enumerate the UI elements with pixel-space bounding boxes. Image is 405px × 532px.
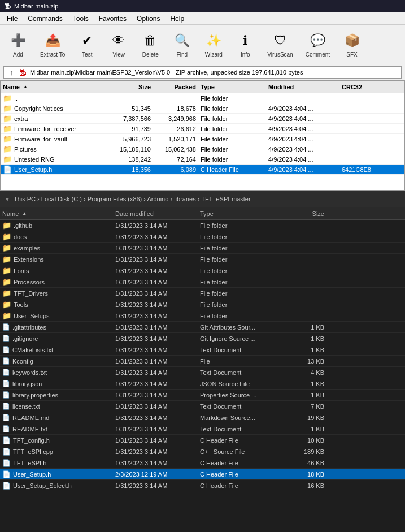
exp-row-name: 📄library.json <box>2 380 115 387</box>
explorer-list-item[interactable]: 📁Tools 1/31/2023 3:14 AM File folder <box>0 299 405 310</box>
menu-bar: FileCommandsToolsFavoritesOptionsHelp <box>0 12 405 25</box>
explorer-list-item[interactable]: 📁TFT_Drivers 1/31/2023 3:14 AM File fold… <box>0 288 405 299</box>
explorer-list-item[interactable]: 📁docs 1/31/2023 3:14 AM File folder <box>0 231 405 243</box>
explorer-list-item[interactable]: 📄Kconfig 1/31/2023 3:14 AM File 13 KB <box>0 356 405 367</box>
exp-row-date: 1/31/2023 3:14 AM <box>115 482 200 489</box>
zip-table-row[interactable]: 📁Untested RNG 138,242 72,164 File folder… <box>1 154 404 165</box>
exp-row-size: 18 KB <box>290 471 324 478</box>
folder-icon: 📁 <box>3 145 12 153</box>
toolbar-label-delete: Delete <box>142 51 159 58</box>
toolbar-btn-add[interactable]: ➕ Add <box>3 29 33 60</box>
explorer-list-item[interactable]: 📄library.json 1/31/2023 3:14 AM JSON Sou… <box>0 378 405 390</box>
col-header-name[interactable]: Name ▲ <box>3 84 110 90</box>
explorer-list-item[interactable]: 📁examples 1/31/2023 3:14 AM File folder <box>0 243 405 254</box>
col-header-modified[interactable]: Modified <box>268 84 342 90</box>
toolbar-btn-delete[interactable]: 🗑 Delete <box>136 29 165 60</box>
exp-row-date: 1/31/2023 3:14 AM <box>115 369 200 376</box>
nav-back[interactable]: ↑ <box>7 68 16 77</box>
exp-row-size: 189 KB <box>290 448 324 455</box>
col-header-type[interactable]: Type <box>201 84 268 90</box>
toolbar-label-info: Info <box>241 51 250 58</box>
zip-row-type: C Header File <box>201 166 268 173</box>
explorer-list-item[interactable]: 📄TFT_config.h 1/31/2023 3:14 AM C Header… <box>0 435 405 446</box>
toolbar-btn-sfx[interactable]: 📦 SFX <box>337 29 367 60</box>
explorer-list-item[interactable]: 📄TFT_eSPI.h 1/31/2023 3:14 AM C Header F… <box>0 457 405 469</box>
toolbar-btn-info[interactable]: ℹ Info <box>230 29 260 60</box>
zip-table-row[interactable]: 📁Copyright Notices 51,345 18,678 File fo… <box>1 103 404 114</box>
exp-row-type: File folder <box>200 256 290 263</box>
exp-row-type: C++ Source File <box>200 448 290 455</box>
explorer-list-item[interactable]: 📁Extensions 1/31/2023 3:14 AM File folde… <box>0 254 405 265</box>
zip-table-row[interactable]: 📁Pictures 15,185,110 15,062,438 File fol… <box>1 144 404 154</box>
menu-item-tools[interactable]: Tools <box>68 14 93 24</box>
menu-item-favorites[interactable]: Favorites <box>94 14 131 24</box>
exp-row-size: 13 KB <box>290 358 324 365</box>
col-header-size[interactable]: Size <box>110 84 155 90</box>
sort-arrow-name: ▲ <box>23 84 28 89</box>
view-icon: 👁 <box>110 32 128 50</box>
find-icon: 🔍 <box>173 32 191 50</box>
toolbar-btn-find[interactable]: 🔍 Find <box>167 29 197 60</box>
exp-row-type: File folder <box>200 290 290 297</box>
exp-row-date: 1/31/2023 3:14 AM <box>115 403 200 410</box>
toolbar-btn-view[interactable]: 👁 View <box>104 29 133 60</box>
zip-table-row[interactable]: 📄User_Setup.h 18,356 6,089 C Header File… <box>1 165 404 175</box>
exp-row-type: File folder <box>200 222 290 229</box>
col-header-packed[interactable]: Packed <box>155 84 201 90</box>
zip-row-size: 5,966,723 <box>110 136 155 142</box>
zip-table-row[interactable]: 📁extra 7,387,566 3,249,968 File folder 4… <box>1 114 404 124</box>
zip-table-row[interactable]: 📁Firmware_for_vault 5,966,723 1,520,171 … <box>1 134 404 144</box>
zip-table-row[interactable]: 📁.. File folder <box>1 93 404 103</box>
explorer-list-item[interactable]: 📁Fonts 1/31/2023 3:14 AM File folder <box>0 265 405 276</box>
folder-icon: 📁 <box>2 266 11 275</box>
explorer-list-item[interactable]: 📁User_Setups 1/31/2023 3:14 AM File fold… <box>0 310 405 322</box>
exp-row-type: File folder <box>200 279 290 286</box>
toolbar-btn-comment[interactable]: 💬 Comment <box>301 29 335 60</box>
exp-row-date: 1/31/2023 3:14 AM <box>115 256 200 263</box>
explorer-list-item[interactable]: 📄license.txt 1/31/2023 3:14 AM Text Docu… <box>0 401 405 412</box>
exp-row-size: 19 KB <box>290 414 324 421</box>
toolbar-btn-test[interactable]: ✔ Test <box>72 29 102 60</box>
explorer-list-item[interactable]: 📁Processors 1/31/2023 3:14 AM File folde… <box>0 276 405 288</box>
menu-item-options[interactable]: Options <box>132 14 164 24</box>
exp-row-type: Text Document <box>200 347 290 353</box>
exp-row-type: Git Attributes Sour... <box>200 324 290 331</box>
file-icon: 📄 <box>2 425 10 432</box>
delete-icon: 🗑 <box>141 32 159 50</box>
toolbar-btn-extract[interactable]: 📤 Extract To <box>35 29 70 60</box>
explorer-rows-container: 📁.github 1/31/2023 3:14 AM File folder 📁… <box>0 220 405 491</box>
exp-row-name: 📄.gitignore <box>2 335 115 342</box>
explorer-list-item[interactable]: 📄.gitignore 1/31/2023 3:14 AM Git Ignore… <box>0 333 405 344</box>
menu-item-file[interactable]: File <box>2 14 22 24</box>
explorer-list-item[interactable]: 📄library.properties 1/31/2023 3:14 AM Pr… <box>0 390 405 401</box>
exp-row-type: C Header File <box>200 471 290 478</box>
explorer-list-item[interactable]: 📄keywords.txt 1/31/2023 3:14 AM Text Doc… <box>0 367 405 378</box>
explorer-list-item[interactable]: 📄User_Setup.h 2/3/2023 12:19 AM C Header… <box>0 469 405 480</box>
exp-row-date: 1/31/2023 3:14 AM <box>115 437 200 444</box>
exp-row-name: 📄README.md <box>2 414 115 421</box>
menu-item-commands[interactable]: Commands <box>23 14 67 24</box>
exp-row-size: 1 KB <box>290 324 324 331</box>
explorer-list-item[interactable]: 📄.gitattributes 1/31/2023 3:14 AM Git At… <box>0 322 405 333</box>
exp-row-type: File folder <box>200 233 290 240</box>
zip-row-type: File folder <box>201 156 268 163</box>
exp-row-date: 1/31/2023 3:14 AM <box>115 301 200 308</box>
file-h-icon: 📄 <box>2 436 11 444</box>
explorer-list-item[interactable]: 📄User_Setup_Select.h 1/31/2023 3:14 AM C… <box>0 480 405 491</box>
explorer-panel[interactable]: Name ▲ Date modified Type Size 📁.github … <box>0 207 405 532</box>
explorer-list-item[interactable]: 📁.github 1/31/2023 3:14 AM File folder <box>0 220 405 231</box>
explorer-list-item[interactable]: 📄TFT_eSPI.cpp 1/31/2023 3:14 AM C++ Sour… <box>0 446 405 457</box>
folder-icon: 📁 <box>2 278 11 286</box>
explorer-list-item[interactable]: 📄CMakeLists.txt 1/31/2023 3:14 AM Text D… <box>0 344 405 356</box>
menu-item-help[interactable]: Help <box>166 14 189 24</box>
breadcrumb: This PC › Local Disk (C:) › Program File… <box>14 196 251 202</box>
col-header-crc[interactable]: CRC32 <box>342 84 387 90</box>
explorer-list-item[interactable]: 📄README.md 1/31/2023 3:14 AM Markdown So… <box>0 412 405 423</box>
zip-row-type: File folder <box>201 136 268 142</box>
explorer-list-item[interactable]: 📄README.txt 1/31/2023 3:14 AM Text Docum… <box>0 423 405 435</box>
exp-row-date: 1/31/2023 3:14 AM <box>115 347 200 353</box>
toolbar-btn-virusscan[interactable]: 🛡 VirusScan <box>262 29 298 60</box>
toolbar-label-wizard: Wizard <box>205 51 223 58</box>
zip-table-row[interactable]: 📁Firmware_for_receiver 91,739 26,612 Fil… <box>1 124 404 134</box>
toolbar-btn-wizard[interactable]: ✨ Wizard <box>199 29 228 60</box>
